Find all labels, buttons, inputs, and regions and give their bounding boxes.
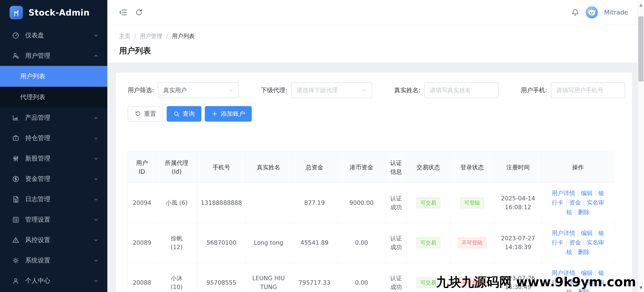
sidebar-item-label: 管理设置 [25, 215, 94, 224]
refresh-icon[interactable] [135, 9, 143, 16]
chevron-down-icon [94, 156, 98, 161]
cell-hkd-funds: 0.00 [338, 223, 386, 263]
search-icon [173, 111, 180, 117]
sidebar-subitem-user-list[interactable]: 用户列表 [0, 66, 107, 87]
user-detail-link[interactable]: 用户详情 [552, 230, 575, 237]
sub-agent-placeholder: 请选择下级代理 [297, 86, 362, 94]
real-name-input[interactable] [424, 82, 498, 98]
filter-row: 用户筛选: 真实用户 下级代理: 请选择下级代理 [128, 82, 632, 98]
table-header-row: 用户 ID所属代理 (Id)手机号真实姓名总资金港币资金认证 信息交易状态登录状… [128, 152, 614, 183]
real-name-label: 真实姓名: [394, 86, 421, 94]
reset-label: 重置 [144, 110, 156, 118]
chevron-down-icon [94, 278, 98, 283]
sidebar-item-product-management[interactable]: 产品管理 [0, 107, 107, 128]
filter-group-real-name: 真实姓名: [394, 82, 499, 98]
breadcrumb-current: 用户列表 [172, 32, 194, 40]
sidebar-item-user-management[interactable]: 用户管理 [0, 46, 107, 66]
filter-group-phone: 用户手机: [521, 82, 625, 98]
user-type-select[interactable]: 真实用户 [158, 82, 239, 98]
op-separator: | [577, 190, 579, 197]
sub-agent-select[interactable]: 请选择下级代理 [291, 82, 372, 98]
main-area: Mitrade 主页 / 用户管理 / 用户列表 用户列表 用户筛选: 真实用户 [107, 0, 644, 292]
cell-real-name [246, 183, 292, 223]
sidebar-item-label: 资金管理 [25, 175, 94, 183]
cell-user-id: 20089 [128, 223, 156, 263]
delete-link[interactable]: 删除 [578, 209, 590, 216]
edit-link[interactable]: 编辑 [581, 230, 593, 237]
column-header-agent: 所属代理 (Id) [156, 152, 197, 183]
user-name[interactable]: Mitrade [604, 9, 628, 16]
sidebar-item-label: 用户管理 [25, 52, 94, 60]
gauge-icon [12, 32, 20, 40]
chevron-down-icon [94, 197, 98, 202]
scrollbar-down-arrow[interactable]: ▼ [638, 283, 644, 292]
collapse-sidebar-icon[interactable] [119, 8, 128, 17]
sub-agent-label: 下级代理: [261, 86, 288, 94]
sidebar-item-position-management[interactable]: 持仓管理 [0, 128, 107, 148]
column-header-hkd-funds: 港币资金 [338, 152, 386, 183]
cell-real-name: Long tong [246, 223, 292, 263]
funds-link[interactable]: 资金 [569, 239, 581, 246]
breadcrumb-separator: / [134, 33, 136, 40]
user-type-label: 用户筛选: [128, 86, 154, 94]
column-header-login-status: 登录状态 [450, 152, 494, 183]
chevron-down-icon [94, 33, 98, 38]
person-icon [12, 277, 20, 285]
column-header-auth-info: 认证 信息 [386, 152, 407, 183]
app-logo-icon [10, 6, 23, 19]
cell-auth-info: 认证 成功 [386, 263, 407, 292]
sidebar-item-log-management[interactable]: 日志管理 [0, 189, 107, 209]
add-account-button[interactable]: 添加账户 [205, 106, 252, 122]
cell-register-time: 2025-04-14 16:08:12 [494, 183, 542, 223]
op-separator: | [583, 239, 585, 246]
bell-icon[interactable] [571, 8, 580, 17]
sidebar-item-funds-management[interactable]: 资金管理 [0, 169, 107, 189]
warning-triangle-icon [12, 236, 20, 244]
control-panel-icon [12, 216, 20, 224]
op-separator: | [566, 239, 567, 246]
app-root: Stock-Admin 仪表盘用户管理用户列表代理列表产品管理持仓管理新股管理资… [0, 0, 644, 292]
cell-operations: 用户详情|编辑|银行卡|资金|实名审核|删除 [542, 223, 614, 263]
sidebar-item-personal-center[interactable]: 个人中心 [0, 270, 107, 291]
filter-group-sub-agent: 下级代理: 请选择下级代理 [261, 82, 372, 98]
op-separator: | [566, 199, 567, 206]
user-detail-link[interactable]: 用户详情 [552, 190, 575, 197]
op-separator: | [594, 230, 596, 237]
sliders-icon [12, 155, 20, 163]
reset-button[interactable]: 重置 [128, 106, 163, 122]
sidebar-item-system-settings[interactable]: 系统设置 [0, 250, 107, 270]
sidebar-item-admin-settings[interactable]: 管理设置 [0, 209, 107, 230]
cell-phone: 13188888888 [197, 183, 246, 223]
scrollbar-up-arrow[interactable]: ▲ [638, 0, 644, 9]
login-status-badge: 可登陆 [460, 198, 484, 208]
funds-link[interactable]: 资金 [569, 199, 581, 206]
search-button[interactable]: 查询 [167, 106, 202, 122]
chevron-down-icon [94, 136, 98, 141]
edit-link[interactable]: 编辑 [581, 190, 593, 197]
sidebar-item-label: 新股管理 [25, 154, 94, 163]
chevron-down-icon [94, 177, 98, 182]
sidebar-item-risk-settings[interactable]: 风控设置 [0, 230, 107, 250]
delete-link[interactable]: 删除 [578, 248, 590, 255]
search-label: 查询 [182, 110, 195, 118]
reset-icon [135, 111, 141, 117]
sidebar-item-dashboard[interactable]: 仪表盘 [0, 25, 107, 46]
trade-status-badge: 可交易 [416, 198, 440, 208]
breadcrumb-separator: / [166, 33, 168, 40]
sidebar-item-label: 个人中心 [25, 276, 94, 285]
vertical-scrollbar[interactable]: ▲ ▼ [638, 0, 644, 292]
cell-hkd-funds: 9000.00 [338, 183, 386, 223]
phone-input[interactable] [551, 82, 625, 98]
user-avatar[interactable] [586, 6, 598, 19]
cell-real-name: LEUNG HIU TUNG [246, 263, 292, 292]
scrollbar-thumb[interactable] [638, 16, 644, 81]
sidebar-subitem-agent-list[interactable]: 代理列表 [0, 87, 107, 107]
table-wrap: 用户 ID所属代理 (Id)手机号真实姓名总资金港币资金认证 信息交易状态登录状… [128, 152, 632, 292]
op-separator: | [583, 199, 585, 206]
briefcase-icon [12, 134, 20, 142]
breadcrumb-user-management[interactable]: 用户管理 [140, 32, 162, 40]
chevron-down-icon [228, 88, 233, 93]
cell-auth-info: 认证 成功 [386, 223, 407, 263]
breadcrumb-home[interactable]: 主页 [119, 32, 130, 40]
sidebar-item-ipo-management[interactable]: 新股管理 [0, 148, 107, 169]
